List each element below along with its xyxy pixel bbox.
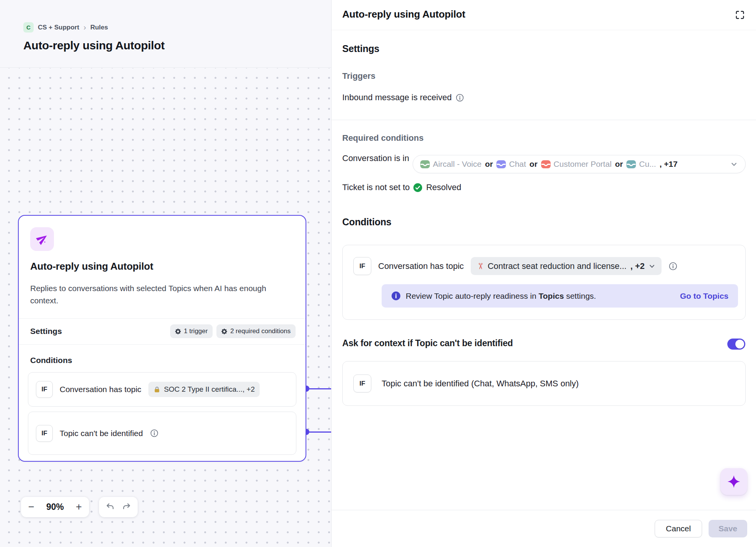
expand-button[interactable] — [733, 8, 747, 22]
if-badge: IF — [36, 381, 53, 398]
conditions-count-badge: 2 required conditions — [216, 324, 296, 338]
inbox-icon — [420, 160, 430, 168]
topic-value: Contract seat reduction and license... — [488, 261, 626, 271]
breadcrumb: C CS + Support › Rules — [23, 22, 108, 33]
channel-item: Cu... — [626, 160, 656, 169]
connector-line — [306, 388, 331, 389]
ai-assistant-button[interactable] — [720, 468, 747, 495]
settings-heading: Settings — [342, 43, 379, 54]
node-settings-label: Settings — [30, 327, 62, 336]
info-icon[interactable] — [455, 93, 464, 102]
node-title: Auto-reply using Autopilot — [30, 260, 153, 272]
node-description: Replies to conversations with selected T… — [30, 282, 281, 307]
rule-editor: C CS + Support › Rules Auto-reply using … — [0, 0, 756, 547]
required-conditions-heading: Required conditions — [342, 133, 424, 143]
ask-context-heading: Ask for context if Topic can't be identi… — [342, 338, 513, 348]
conversation-in-label: Conversation is in — [342, 153, 412, 164]
if-badge: IF — [353, 257, 371, 275]
channel-item: Customer Portal — [541, 160, 612, 169]
inbox-icon — [541, 160, 551, 168]
condition-card-topic: IF Conversation has topic ✂ Contract sea… — [342, 245, 746, 320]
chevron-right-icon: › — [83, 23, 86, 32]
condition-text: Topic can't be identified (Chat, WhatsAp… — [382, 379, 579, 389]
info-filled-icon — [391, 291, 401, 301]
go-to-topics-link[interactable]: Go to Topics — [680, 291, 728, 301]
history-controls — [99, 497, 138, 517]
details-panel: Auto-reply using Autopilot Settings Trig… — [331, 0, 756, 547]
channel-item: Chat — [496, 160, 526, 169]
triggers-heading: Triggers — [342, 71, 376, 81]
zoom-out-button[interactable]: − — [28, 502, 34, 512]
sparkle-icon — [727, 474, 741, 489]
if-badge: IF — [353, 374, 371, 392]
info-icon[interactable] — [150, 429, 159, 438]
node-conditions-label: Conditions — [30, 355, 72, 366]
divider — [19, 344, 306, 345]
ticket-status: Resolved — [426, 182, 461, 192]
workspace-badge: C — [23, 22, 34, 33]
scissors-icon: ✂ — [476, 262, 484, 269]
toggle-knob — [735, 340, 744, 348]
info-icon[interactable] — [668, 262, 678, 271]
node-settings-row[interactable]: Settings 1 trigger 2 required conditions — [19, 318, 306, 344]
trigger-row: Inbound message is received — [342, 93, 464, 103]
chevron-down-icon — [730, 161, 738, 168]
zoom-controls: − 90% + — [21, 497, 89, 517]
divider — [332, 120, 756, 120]
topic-select[interactable]: ✂ Contract seat reduction and license...… — [471, 257, 662, 275]
inbox-icon — [626, 160, 636, 168]
condition-text: Conversation has topic — [60, 385, 141, 394]
ticket-prefix: Ticket is not set to — [342, 182, 410, 192]
lock-icon — [153, 386, 161, 393]
channels-more-count: , +17 — [660, 160, 678, 169]
canvas-header: C CS + Support › Rules Auto-reply using … — [0, 0, 331, 68]
zoom-level: 90% — [46, 502, 64, 512]
ticket-status-row: Ticket is not set to Resolved — [342, 182, 461, 192]
channel-name: Cu... — [639, 160, 656, 169]
autopilot-icon — [30, 227, 54, 251]
gear-icon — [175, 329, 181, 334]
if-badge: IF — [36, 425, 53, 442]
inbox-icon — [496, 160, 506, 168]
topic-chip[interactable]: SOC 2 Type II certifica..., +2 — [148, 382, 260, 397]
or-label: or — [530, 160, 538, 169]
node-condition-no-topic[interactable]: IF Topic can't be identified — [28, 412, 296, 455]
undo-icon[interactable] — [106, 502, 115, 512]
autopilot-node[interactable]: Auto-reply using Autopilot Replies to co… — [18, 215, 306, 462]
trigger-count-badge: 1 trigger — [170, 324, 213, 338]
footer-divider — [332, 510, 756, 510]
trigger-text: Inbound message is received — [342, 93, 452, 103]
banner-text: Review Topic auto-reply readiness in Top… — [406, 291, 596, 301]
channel-name: Chat — [509, 160, 526, 169]
channel-item: Aircall - Voice — [420, 160, 481, 169]
channels-dropdown[interactable]: Aircall - Voice or Chat or Customer Port… — [413, 155, 746, 173]
connector-line — [306, 431, 331, 433]
save-button[interactable]: Save — [709, 520, 747, 537]
breadcrumb-workspace[interactable]: CS + Support — [38, 24, 79, 31]
panel-title: Auto-reply using Autopilot — [342, 8, 465, 20]
redo-icon[interactable] — [122, 502, 131, 512]
ask-context-toggle[interactable] — [727, 339, 745, 350]
node-condition-topic[interactable]: IF Conversation has topic SOC 2 Type II … — [28, 372, 296, 407]
zoom-in-button[interactable]: + — [76, 502, 82, 512]
page-title: Auto-reply using Autopilot — [23, 39, 164, 52]
expand-icon — [735, 10, 745, 20]
chevron-down-icon — [649, 263, 655, 270]
topic-more-count: , +2 — [630, 261, 644, 271]
or-label: or — [485, 160, 493, 169]
cancel-button[interactable]: Cancel — [655, 520, 702, 537]
or-label: or — [615, 160, 623, 169]
breadcrumb-page[interactable]: Rules — [90, 24, 108, 31]
condition-text: Conversation has topic — [378, 261, 464, 271]
condition-card-no-topic: IF Topic can't be identified (Chat, What… — [342, 361, 746, 406]
channel-name: Aircall - Voice — [433, 160, 481, 169]
gear-icon — [221, 329, 227, 334]
channel-name: Customer Portal — [554, 160, 612, 169]
check-circle-icon — [413, 183, 423, 192]
condition-text: Topic can't be identified — [60, 429, 143, 438]
workflow-canvas[interactable]: C CS + Support › Rules Auto-reply using … — [0, 0, 331, 547]
panel-header: Auto-reply using Autopilot — [332, 0, 756, 30]
topics-readiness-banner: Review Topic auto-reply readiness in Top… — [382, 284, 738, 308]
conditions-heading: Conditions — [342, 217, 392, 228]
